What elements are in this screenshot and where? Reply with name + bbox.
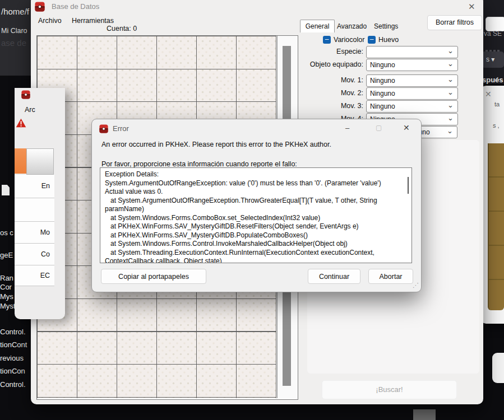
console-line: Mys [0, 292, 13, 301]
pokeball-icon [35, 2, 45, 12]
console-line: Cor [0, 283, 12, 291]
java-version-text: va SE 1... [484, 30, 504, 38]
background-ghost-text: ase de [1, 38, 26, 48]
sprite-box [26, 148, 54, 175]
huevo-checkbox[interactable]: – [368, 36, 376, 44]
sprite-highlight [15, 148, 26, 174]
background-app-text: Mi Claro [1, 27, 27, 35]
mov1-combo[interactable]: Ninguno⌄ [366, 74, 458, 87]
screen: /home/f Mi Claro ase de os c geE Ran Cor… [0, 0, 504, 420]
chevron-down-icon: ⌄ [447, 113, 454, 124]
menu-herramientas[interactable]: Herramientas [72, 17, 114, 25]
side-panel-image [488, 143, 504, 310]
chevron-down-icon: ⌄ [447, 45, 454, 57]
mov3-combo[interactable]: Ninguno⌄ [366, 100, 458, 113]
exception-textbox[interactable]: Exception Details: System.ArgumentOutOfR… [100, 167, 412, 263]
editor-field-row: EC [15, 265, 54, 286]
editor-field-row: Mo [15, 222, 54, 244]
terminal-path-text: /home/f [1, 7, 29, 16]
error-dialog: Error – ▢ ✕ An error occurred in PKHeX. … [91, 119, 422, 292]
editor-field-row [15, 198, 54, 222]
console-line: revious [0, 354, 24, 362]
side-panel-text2: s , [493, 122, 500, 129]
abort-button[interactable]: Abortar [368, 269, 413, 284]
console-line: Myst [0, 302, 15, 310]
warning-icon [16, 118, 26, 128]
count-label: Cuenta: 0 [107, 25, 137, 32]
error-message-english: An error occurred in PKHeX. Please repor… [101, 141, 331, 148]
pokeball-icon [99, 124, 108, 133]
console-line: Ran [0, 274, 13, 282]
chevron-down-icon: ⌄ [447, 87, 454, 98]
console-line: tionCon [0, 367, 25, 375]
especie-combo[interactable]: ⌄ [366, 46, 458, 58]
variocolor-checkbox[interactable]: – [323, 36, 331, 44]
console-line: Control. [0, 380, 26, 389]
variocolor-label: Variocolor [334, 36, 364, 44]
maximize-icon: ▢ [376, 124, 382, 132]
console-line: tionCont [0, 340, 27, 349]
taskbar-fragment [413, 409, 436, 420]
clear-filters-button[interactable]: Borrar filtros [427, 15, 482, 30]
close-icon[interactable]: ✕ [403, 123, 410, 132]
tab-settings[interactable]: Settings [372, 22, 400, 32]
close-icon[interactable]: ✕ [468, 2, 475, 12]
despues-text: spués [482, 76, 503, 84]
resize-grip-icon[interactable]: ⋰ [413, 282, 419, 289]
pokeball-icon [21, 90, 30, 99]
chevron-down-icon: ⌄ [447, 100, 454, 111]
background-side-card [492, 353, 504, 383]
minimize-icon[interactable]: – [345, 124, 349, 132]
console-line: os c [0, 228, 13, 237]
chevron-down-icon: ⌄ [447, 58, 454, 69]
objeto-label: Objeto equipado: [297, 60, 363, 68]
copy-clipboard-button[interactable]: Copiar al portapapeles [101, 269, 206, 284]
mov1-label: Mov. 1: [297, 76, 363, 84]
search-button[interactable]: ¡Buscar! [322, 380, 457, 399]
console-line: Control. [0, 328, 26, 336]
editor-field-row: Co [15, 244, 54, 265]
menu-archivo[interactable]: Archivo [38, 17, 62, 25]
side-panel-text: ta [494, 101, 500, 108]
tab-avanzado[interactable]: Avanzado [335, 22, 369, 32]
dialog-title: Error [113, 124, 129, 133]
background-dropdown-button[interactable]: s ▾ [482, 52, 504, 68]
side-panel-close-icon[interactable]: ✕ [485, 90, 492, 99]
window-title: Base de Datos [52, 2, 99, 11]
editor-menu-fragment[interactable]: Arc [25, 106, 35, 114]
especie-label: Especie: [297, 48, 363, 55]
chevron-down-icon: ⌄ [447, 125, 453, 137]
console-line: geE [0, 251, 13, 259]
desktop-background-right [483, 0, 504, 84]
mov3-label: Mov. 3: [297, 102, 363, 110]
huevo-label: Huevo [378, 36, 399, 44]
mov2-combo[interactable]: Ninguno⌄ [366, 87, 458, 100]
continue-button[interactable]: Continuar [308, 269, 360, 284]
error-message-spanish: Por favor, proporcione esta información … [101, 160, 297, 168]
objeto-combo[interactable]: Ninguno⌄ [366, 59, 458, 71]
chevron-down-icon: ⌄ [447, 74, 454, 85]
tab-general[interactable]: General [300, 20, 335, 32]
document-icon [2, 185, 10, 195]
textbox-scrollbar-thumb[interactable] [408, 177, 409, 194]
mov2-label: Mov. 2: [297, 89, 363, 97]
editor-field-row: En [15, 175, 54, 198]
